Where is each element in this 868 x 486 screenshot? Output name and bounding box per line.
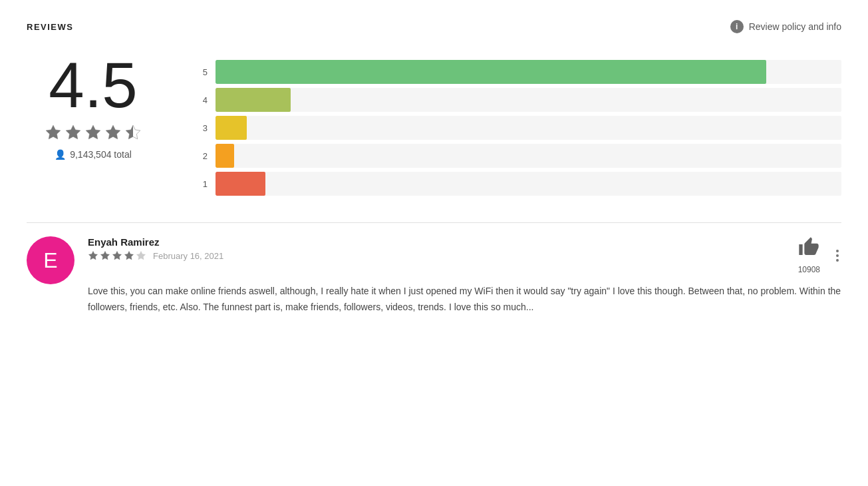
rating-bars: 5 4 3 2 1	[200, 53, 841, 196]
bar-label-3: 3	[200, 123, 208, 133]
svg-marker-3	[106, 125, 120, 139]
bar-row-1: 1	[200, 172, 841, 196]
review-top: Enyah Ramirez February 16, 2021	[88, 236, 841, 274]
bar-fill-3	[216, 116, 247, 140]
svg-marker-7	[112, 251, 121, 260]
svg-marker-9	[136, 251, 145, 260]
total-count: 9,143,504 total	[70, 149, 132, 160]
bar-fill-5	[216, 60, 766, 84]
reviews-header: REVIEWS i Review policy and info	[27, 20, 841, 33]
review-star-1	[88, 250, 98, 261]
bar-fill-2	[216, 144, 234, 168]
rating-section: 4.5	[27, 53, 841, 196]
bar-track-2	[216, 144, 841, 168]
bar-fill-4	[216, 88, 291, 112]
rating-summary: 4.5	[27, 53, 160, 160]
review-star-4	[124, 250, 134, 261]
policy-label: Review policy and info	[749, 21, 841, 32]
thumbs-up-icon[interactable]	[798, 236, 819, 262]
review-text: Love this, you can make online friends a…	[88, 284, 841, 316]
bar-label-1: 1	[200, 179, 208, 189]
review-card: E Enyah Ramirez February 16, 2021	[27, 222, 841, 316]
bar-track-3	[216, 116, 841, 140]
reviewer-avatar: E	[27, 236, 74, 284]
bar-label-4: 4	[200, 95, 208, 105]
star-4	[104, 124, 122, 141]
bar-track-5	[216, 60, 841, 84]
svg-marker-6	[100, 251, 109, 260]
review-date: February 16, 2021	[153, 251, 223, 261]
reviews-title: REVIEWS	[27, 22, 73, 32]
star-2	[65, 124, 82, 141]
review-stars	[88, 250, 146, 261]
review-actions: 10908	[798, 236, 841, 274]
svg-marker-0	[46, 125, 61, 139]
star-5-half	[124, 124, 142, 141]
policy-link[interactable]: i Review policy and info	[730, 20, 841, 33]
info-icon: i	[730, 20, 744, 33]
star-1	[45, 124, 62, 141]
like-count: 10908	[798, 265, 820, 274]
bar-fill-1	[216, 172, 265, 196]
total-reviews: 👤 9,143,504 total	[55, 149, 132, 160]
more-options-icon[interactable]	[833, 247, 841, 264]
bar-track-1	[216, 172, 841, 196]
review-star-5	[136, 250, 146, 261]
svg-marker-1	[66, 125, 80, 139]
reviewer-info: Enyah Ramirez February 16, 2021	[88, 236, 798, 261]
svg-marker-4	[126, 125, 140, 139]
bar-label-5: 5	[200, 67, 208, 77]
bar-label-2: 2	[200, 151, 208, 161]
rating-stars	[45, 124, 142, 141]
bar-track-4	[216, 88, 841, 112]
like-section: 10908	[798, 236, 820, 274]
bar-row-2: 2	[200, 144, 841, 168]
svg-marker-5	[88, 251, 97, 260]
review-meta: February 16, 2021	[88, 250, 798, 261]
rating-score: 4.5	[49, 53, 137, 117]
review-star-3	[112, 250, 122, 261]
person-icon: 👤	[55, 149, 66, 160]
bar-row-5: 5	[200, 60, 841, 84]
star-3	[84, 124, 102, 141]
reviewer-name: Enyah Ramirez	[88, 236, 798, 248]
svg-marker-2	[86, 125, 100, 139]
svg-marker-8	[124, 251, 133, 260]
bar-row-4: 4	[200, 88, 841, 112]
review-star-2	[100, 250, 110, 261]
review-content: Enyah Ramirez February 16, 2021	[88, 236, 841, 316]
bar-row-3: 3	[200, 116, 841, 140]
